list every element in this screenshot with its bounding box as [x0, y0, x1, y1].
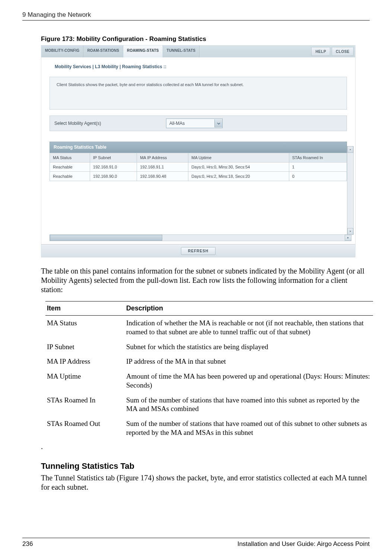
header-item: Item — [45, 301, 125, 316]
scroll-right-icon[interactable] — [345, 235, 351, 241]
cell: 0 — [289, 172, 347, 181]
close-button[interactable]: CLOSE — [332, 47, 354, 56]
table-header-row: MA Status IP Subnet MA IP Address MA Upt… — [50, 153, 347, 162]
scrollbar-thumb[interactable] — [50, 235, 162, 241]
desc-row: IP SubnetSubnet for which the statistics… — [45, 339, 373, 354]
desc-item: MA Status — [45, 316, 125, 339]
breadcrumb: Mobility Services | L3 Mobility | Roamin… — [41, 57, 355, 72]
desc-text: Sum of the number of stations that have … — [125, 416, 373, 440]
desc-item: IP Subnet — [45, 339, 125, 354]
select-label: Select Mobility Agent(s) — [50, 121, 166, 126]
page-footer: 236 Installation and User Guide: Airgo A… — [22, 538, 370, 548]
desc-text: Amount of time the MA has been powered u… — [125, 369, 373, 393]
scroll-up-icon[interactable] — [347, 146, 353, 153]
cell: 192.168.91.0 — [90, 162, 137, 172]
tab-roaming-stats[interactable]: ROAMING-STATS — [123, 45, 163, 57]
select-value: All-MAs — [166, 121, 214, 126]
desc-item: STAs Roamed Out — [45, 416, 125, 440]
desc-text: IP address of the MA in that subnet — [125, 354, 373, 369]
page-number: 236 — [22, 540, 33, 548]
tab-spacer — [200, 45, 311, 57]
desc-row: MA IP AddressIP address of the MA in tha… — [45, 354, 373, 369]
hscroll-area — [50, 235, 351, 241]
heading-tunneling-statistics: Tunneling Statistics Tab — [41, 461, 370, 471]
col-ip-subnet: IP Subnet — [90, 153, 137, 162]
cell: 192.168.91.1 — [137, 162, 188, 172]
desc-text: Sum of the number of stations that have … — [125, 393, 373, 417]
cell: 1 — [289, 162, 347, 172]
desc-text: Indication of whether the MA is reachabl… — [125, 316, 373, 339]
desc-item: STAs Roamed In — [45, 393, 125, 417]
cell: 192.168.90.48 — [137, 172, 188, 181]
refresh-bar: REFRESH — [41, 244, 355, 257]
desc-row: MA StatusIndication of whether the MA is… — [45, 316, 373, 339]
cell: Reachable — [50, 172, 90, 181]
page: 9 Managing the Network Figure 173: Mobil… — [0, 0, 392, 556]
table-row: Reachable 192.168.90.0 192.168.90.48 Day… — [50, 172, 347, 181]
desc-row: MA UptimeAmount of time the MA has been … — [45, 369, 373, 393]
help-button[interactable]: HELP — [311, 47, 330, 56]
info-text: Client Statistics shows the packet, byte… — [57, 82, 244, 87]
footer-rule — [22, 538, 370, 538]
table-row: Reachable 192.168.91.0 192.168.91.1 Days… — [50, 162, 347, 172]
chevron-down-icon — [214, 119, 222, 127]
select-mobility-agent[interactable]: All-MAs — [166, 119, 223, 128]
roaming-stats-table: MA Status IP Subnet MA IP Address MA Upt… — [50, 153, 347, 181]
desc-row: STAs Roamed OutSum of the number of stat… — [45, 416, 373, 440]
figure-caption: Figure 173: Mobility Configuration - Roa… — [41, 35, 370, 43]
description-table: Item Description MA StatusIndication of … — [45, 301, 373, 440]
refresh-button[interactable]: REFRESH — [181, 247, 216, 255]
doc-title: Installation and User Guide: Airgo Acces… — [238, 540, 370, 548]
desc-header-row: Item Description — [45, 301, 373, 316]
col-ma-status: MA Status — [50, 153, 90, 162]
stray-period: . — [41, 442, 370, 451]
cell: 192.168.90.0 — [90, 172, 137, 181]
tab-bar: MOBILITY-CONFIG ROAM-STATIONS ROAMING-ST… — [41, 45, 355, 57]
tab-roam-stations[interactable]: ROAM-STATIONS — [83, 45, 123, 57]
desc-text: Subnet for which the statistics are bein… — [125, 339, 373, 354]
cell: Days:0, Hrs:2, Mins:18, Secs:20 — [188, 172, 289, 181]
section-title: Roaming Statistics Table — [50, 142, 347, 153]
running-head: 9 Managing the Network — [22, 11, 370, 19]
col-ma-uptime: MA Uptime — [188, 153, 289, 162]
vertical-scrollbar[interactable] — [347, 146, 354, 235]
screenshot-panel: MOBILITY-CONFIG ROAM-STATIONS ROAMING-ST… — [41, 45, 356, 258]
info-panel: Client Statistics shows the packet, byte… — [50, 77, 347, 110]
paragraph-tunnel-stats: The Tunnel Statistics tab (Figure 174) s… — [41, 473, 370, 492]
scroll-down-icon[interactable] — [347, 228, 353, 235]
tab-mobility-config[interactable]: MOBILITY-CONFIG — [41, 45, 83, 57]
desc-item: MA Uptime — [45, 369, 125, 393]
col-ma-ip: MA IP Address — [137, 153, 188, 162]
cell: Days:0, Hrs:0, Mins:30, Secs:54 — [188, 162, 289, 172]
head-rule — [22, 20, 370, 20]
col-stas-roamed-in: STAs Roamed In — [289, 153, 347, 162]
header-description: Description — [125, 301, 373, 316]
intro-paragraph: The table on this panel contains informa… — [41, 266, 370, 294]
select-row: Select Mobility Agent(s) All-MAs — [50, 116, 347, 131]
desc-item: MA IP Address — [45, 354, 125, 369]
cell: Reachable — [50, 162, 90, 172]
footer-row: 236 Installation and User Guide: Airgo A… — [22, 540, 370, 548]
desc-row: STAs Roamed InSum of the number of stati… — [45, 393, 373, 417]
tab-tunnel-stats[interactable]: TUNNEL-STATS — [163, 45, 200, 57]
horizontal-scrollbar[interactable] — [50, 234, 351, 241]
